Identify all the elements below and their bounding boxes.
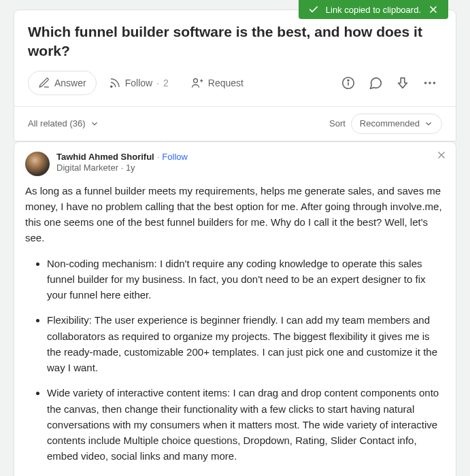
more-button[interactable] [418,71,442,95]
toast-text: Link copied to clipboard. [326,5,421,15]
dismiss-answer-button[interactable] [435,149,448,161]
more-icon [422,75,437,90]
sort-label: Sort [329,118,346,129]
chevron-down-icon [90,119,99,129]
author-name[interactable]: Tawhid Ahmed Shoriful [56,152,154,162]
toast-link-copied: Link copied to clipboard. [299,0,448,19]
follow-button[interactable]: Follow · 2 [99,71,178,95]
request-label: Request [208,78,244,88]
comment-button[interactable] [363,71,388,95]
filter-bar: All related (36) Sort Recommended [14,106,456,141]
close-icon [435,149,448,161]
all-related-label: All related (36) [28,118,86,129]
list-item: Non-coding mechanism: I didn't require a… [47,256,445,303]
request-icon [190,76,204,90]
downvote-button[interactable] [390,71,415,95]
answer-button[interactable]: Answer [28,71,97,95]
comment-icon [368,75,383,90]
list-item: Flexibility: The user experience is begi… [47,312,445,375]
rss-icon [109,77,121,89]
list-item: Wide variety of interactive content item… [47,385,445,464]
answer-label: Answer [54,78,86,88]
svg-point-3 [193,78,197,82]
sort-dropdown[interactable]: Recommended [351,114,442,134]
follow-count: 2 [163,78,169,88]
action-bar: Answer Follow · 2 Request [14,71,456,106]
follow-dot: · [156,78,159,88]
chevron-down-icon [424,119,433,129]
info-button[interactable] [336,71,360,95]
question-title: Which funnel builder software is the bes… [14,10,456,71]
answer-header: Tawhid Ahmed Shoriful·Follow Digital Mar… [25,152,445,176]
sort-value: Recommended [360,118,420,129]
check-icon [308,4,319,15]
svg-point-8 [429,82,431,84]
answer-body: As long as a funnel builder meets my req… [25,183,445,476]
svg-point-6 [348,80,349,81]
answer-time[interactable]: 1y [126,163,135,173]
answer-bullets: Non-coding mechanism: I didn't require a… [25,256,445,476]
author-credential: Digital Marketer [56,163,118,173]
svg-point-7 [424,82,427,84]
follow-author-link[interactable]: Follow [162,152,188,162]
question-card: Which funnel builder software is the bes… [14,10,456,141]
answer-intro: As long as a funnel builder meets my req… [25,183,445,246]
all-related-dropdown[interactable]: All related (36) [28,118,99,129]
svg-point-2 [110,86,112,87]
request-button[interactable]: Request [181,71,253,95]
info-icon [341,75,356,90]
follow-label: Follow [125,78,152,88]
answer-card: Tawhid Ahmed Shoriful·Follow Digital Mar… [14,141,456,476]
downvote-icon [395,75,410,90]
close-icon[interactable] [428,4,439,15]
avatar[interactable] [25,152,50,176]
pencil-icon [38,77,50,89]
svg-point-9 [433,82,436,84]
